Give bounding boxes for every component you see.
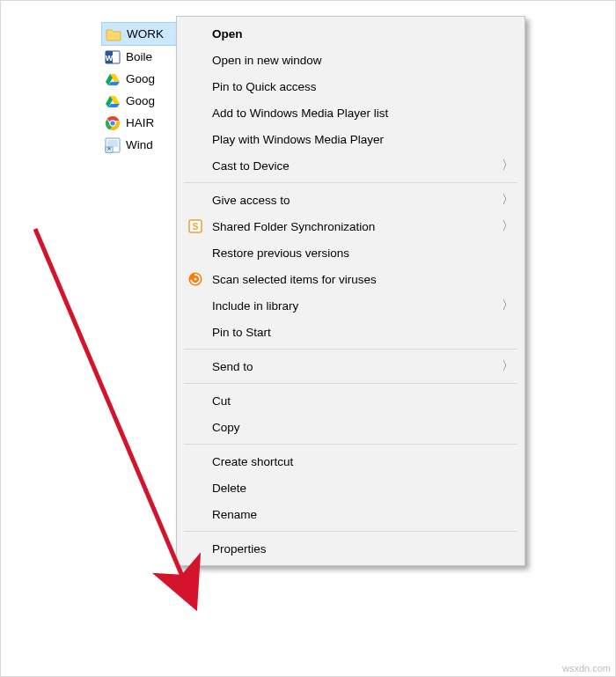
svg-text:S: S xyxy=(193,222,199,232)
folder-icon xyxy=(106,26,121,42)
file-label: Wind xyxy=(126,138,160,151)
chevron-right-icon: 〉 xyxy=(502,298,512,313)
svg-rect-12 xyxy=(107,140,118,147)
menu-copy[interactable]: Copy xyxy=(177,414,524,440)
chevron-right-icon: 〉 xyxy=(502,192,512,208)
file-label: Boile xyxy=(126,50,159,63)
menu-play-wmp[interactable]: Play with Windows Media Player xyxy=(177,126,524,152)
menu-send-to[interactable]: Send to 〉 xyxy=(177,353,524,379)
menu-create-shortcut[interactable]: Create shortcut xyxy=(177,448,524,475)
shortcut-icon xyxy=(105,137,121,153)
gdrive-icon xyxy=(105,93,121,109)
menu-separator xyxy=(184,444,517,445)
menu-separator xyxy=(184,383,517,384)
file-label: Goog xyxy=(126,72,162,85)
menu-scan-viruses[interactable]: Scan selected items for viruses xyxy=(177,266,524,292)
chevron-right-icon: 〉 xyxy=(502,158,512,173)
avast-icon xyxy=(184,271,207,287)
menu-separator xyxy=(184,531,517,532)
chevron-right-icon: 〉 xyxy=(502,218,512,234)
svg-text:W: W xyxy=(106,54,114,63)
menu-include-library[interactable]: Include in library 〉 xyxy=(177,292,524,319)
menu-pin-start[interactable]: Pin to Start xyxy=(177,319,524,345)
file-label: Goog xyxy=(126,94,162,107)
menu-restore-versions[interactable]: Restore previous versions xyxy=(177,239,524,266)
menu-cast-device[interactable]: Cast to Device 〉 xyxy=(177,152,524,179)
word-icon: W xyxy=(105,49,121,65)
menu-properties[interactable]: Properties xyxy=(177,535,524,562)
watermark: wsxdn.com xyxy=(562,663,611,673)
menu-delete[interactable]: Delete xyxy=(177,475,524,501)
menu-separator xyxy=(184,182,517,183)
menu-rename[interactable]: Rename xyxy=(177,501,524,527)
menu-pin-quick-access[interactable]: Pin to Quick access xyxy=(177,73,524,99)
menu-open-new-window[interactable]: Open in new window xyxy=(177,47,524,73)
menu-shared-folder-sync[interactable]: S Shared Folder Synchronization 〉 xyxy=(177,213,524,239)
context-menu: Open Open in new window Pin to Quick acc… xyxy=(176,16,525,566)
file-label: HAIR xyxy=(126,116,161,129)
menu-separator xyxy=(184,349,517,350)
svg-line-18 xyxy=(35,229,194,603)
menu-add-wmp-list[interactable]: Add to Windows Media Player list xyxy=(177,99,524,126)
sync-icon: S xyxy=(184,218,207,234)
svg-point-10 xyxy=(110,120,115,125)
gdrive-icon xyxy=(105,71,121,87)
chrome-icon xyxy=(105,115,121,131)
svg-point-17 xyxy=(194,278,197,281)
file-label: WORK xyxy=(127,27,171,40)
chevron-right-icon: 〉 xyxy=(502,358,512,374)
menu-cut[interactable]: Cut xyxy=(177,387,524,414)
menu-give-access[interactable]: Give access to 〉 xyxy=(177,187,524,213)
menu-open[interactable]: Open xyxy=(177,20,524,47)
